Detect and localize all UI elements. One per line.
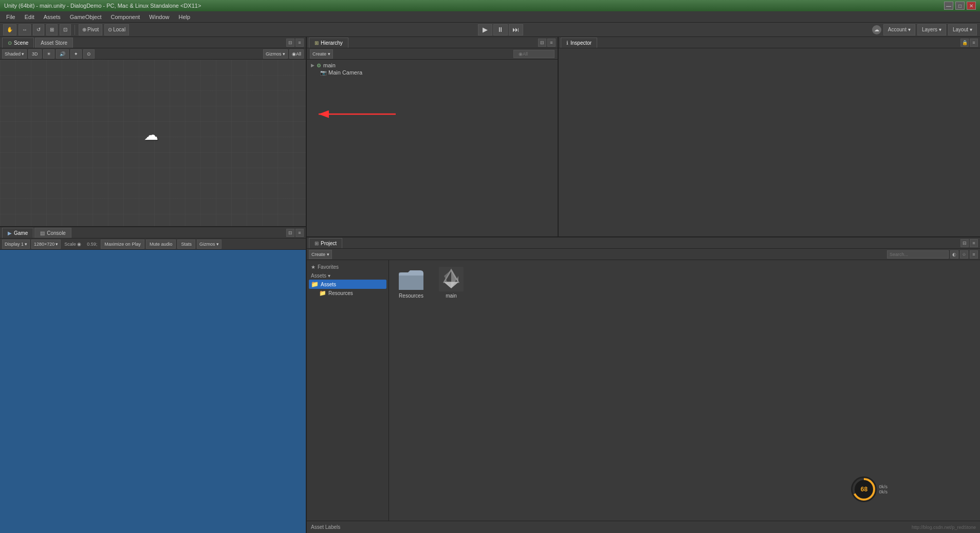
tab-project[interactable]: ⊞ Project bbox=[309, 238, 342, 248]
title-bar: Unity (64bit) - main.unity - DialogDemo … bbox=[0, 0, 980, 11]
stats-btn[interactable]: Stats bbox=[177, 240, 195, 249]
game-tab-bar: ▶ Game ▤ Console ⊟ ≡ bbox=[0, 227, 306, 238]
scene-audio-btn[interactable]: 🔊 bbox=[56, 49, 69, 59]
inspector-panel: ℹ Inspector 🔒 ≡ bbox=[559, 37, 980, 236]
inspector-lock-btn[interactable]: 🔒 bbox=[960, 39, 969, 47]
scene-canvas[interactable]: ☁ bbox=[0, 60, 306, 226]
hierarchy-tab-icon: ⊞ bbox=[315, 40, 319, 46]
scene-all-dropdown[interactable]: ◉All bbox=[289, 49, 304, 59]
toolbar-sep1 bbox=[75, 25, 75, 35]
scene-scene-btn[interactable]: ⊙ bbox=[83, 49, 95, 59]
resources-asset-label: Resources bbox=[399, 293, 423, 299]
tab-game[interactable]: ▶ Game bbox=[2, 228, 33, 238]
project-search-filter1[interactable]: ◐ bbox=[950, 250, 958, 259]
hierarchy-create-dropdown[interactable]: Create ▾ bbox=[310, 49, 333, 59]
tab-asset-store[interactable]: Asset Store bbox=[35, 38, 73, 48]
menu-help[interactable]: Help bbox=[174, 13, 194, 21]
game-lock-btn[interactable]: ⊟ bbox=[286, 229, 294, 237]
step-button[interactable]: ⏭ bbox=[509, 24, 523, 35]
favorites-star-icon: ★ bbox=[311, 264, 316, 270]
asset-labels-text: Asset Labels bbox=[311, 524, 340, 530]
project-create-dropdown[interactable]: Create ▾ bbox=[309, 250, 332, 259]
hierarchy-item-camera[interactable]: 📷 Main Camera bbox=[309, 69, 556, 76]
pivot-button[interactable]: ⊕ Pivot bbox=[79, 24, 102, 35]
inspector-tab-bar: ℹ Inspector 🔒 ≡ bbox=[559, 37, 980, 48]
game-canvas[interactable] bbox=[0, 250, 306, 533]
project-panel: ⊞ Project ⊟ ≡ Create ▾ ◐ ☆ bbox=[307, 237, 980, 533]
resources-folder-icon: 📁 bbox=[319, 290, 326, 297]
resources-folder-icon bbox=[398, 266, 424, 292]
hierarchy-menu-btn[interactable]: ≡ bbox=[547, 39, 556, 47]
view-3d-btn[interactable]: 3D bbox=[28, 49, 42, 59]
layout-dropdown[interactable]: Layout ▾ bbox=[948, 24, 977, 35]
inspector-tab-controls: 🔒 ≡ bbox=[960, 39, 978, 47]
project-search-filter3[interactable]: ≡ bbox=[970, 250, 978, 259]
gizmos-game-dropdown[interactable]: Gizmos ▾ bbox=[197, 240, 221, 249]
maximize-on-play-btn[interactable]: Maximize on Play bbox=[101, 240, 144, 249]
scene-lock-btn[interactable]: ⊟ bbox=[286, 39, 294, 47]
account-dropdown[interactable]: Account ▾ bbox=[883, 24, 915, 35]
maximize-button[interactable]: □ bbox=[955, 2, 965, 10]
menu-assets[interactable]: Assets bbox=[40, 13, 65, 21]
sidebar-item-resources[interactable]: 📁 Resources bbox=[309, 289, 386, 298]
hierarchy-tab-controls: ⊟ ≡ bbox=[538, 39, 556, 47]
transform-scale-tool[interactable]: ⊞ bbox=[46, 24, 58, 35]
transform-move-tool[interactable]: ↔ bbox=[19, 24, 31, 35]
sidebar-item-assets[interactable]: 📁 Assets bbox=[309, 280, 386, 289]
scene-tab-controls: ⊟ ≡ bbox=[286, 39, 304, 47]
asset-main[interactable]: main bbox=[433, 264, 469, 301]
scene-cloud-object: ☁ bbox=[144, 126, 158, 143]
project-sidebar: ★ Favorites Assets ▾ 📁 Assets 📁 Reso bbox=[307, 260, 389, 521]
scene-menu-btn[interactable]: ≡ bbox=[295, 39, 304, 47]
hierarchy-lock-btn[interactable]: ⊟ bbox=[538, 39, 546, 47]
hierarchy-search-input[interactable] bbox=[513, 50, 554, 58]
project-lock-btn[interactable]: ⊟ bbox=[960, 239, 969, 247]
menu-bar: File Edit Assets GameObject Component Wi… bbox=[0, 11, 980, 23]
menu-edit[interactable]: Edit bbox=[21, 13, 39, 21]
tab-scene[interactable]: ⊙ Scene bbox=[2, 38, 34, 48]
scene-lights-btn[interactable]: ☀ bbox=[43, 49, 54, 59]
menu-window[interactable]: Window bbox=[145, 13, 173, 21]
pivot-icon: ⊕ bbox=[82, 27, 86, 32]
tab-inspector[interactable]: ℹ Inspector bbox=[561, 38, 597, 48]
gizmos-dropdown[interactable]: Gizmos ▾ bbox=[263, 49, 288, 59]
assets-section: Assets ▾ bbox=[309, 271, 386, 280]
menu-gameobject[interactable]: GameObject bbox=[66, 13, 106, 21]
inspector-tab-icon: ℹ bbox=[566, 40, 568, 46]
resolution-dropdown[interactable]: 1280×720 ▾ bbox=[31, 240, 61, 249]
hierarchy-panel: ⊞ Hierarchy ⊟ ≡ Create ▾ bbox=[307, 37, 559, 236]
asset-resources[interactable]: Resources bbox=[393, 264, 429, 301]
menu-file[interactable]: File bbox=[2, 13, 20, 21]
display-dropdown[interactable]: Display 1 ▾ bbox=[2, 240, 30, 249]
inspector-menu-btn[interactable]: ≡ bbox=[970, 39, 978, 47]
project-search-input[interactable] bbox=[887, 250, 949, 259]
camera-icon: 📷 bbox=[320, 70, 326, 76]
hierarchy-item-main[interactable]: ▶ ⚙ main bbox=[309, 62, 556, 69]
hierarchy-create-bar: Create ▾ bbox=[307, 48, 558, 60]
project-tab-controls: ⊟ ≡ bbox=[960, 239, 978, 247]
scene-fx-btn[interactable]: ✦ bbox=[70, 49, 82, 59]
tab-console[interactable]: ▤ Console bbox=[34, 228, 71, 238]
minimize-button[interactable]: — bbox=[944, 2, 953, 10]
pause-button[interactable]: ⏸ bbox=[493, 24, 508, 35]
tab-hierarchy[interactable]: ⊞ Hierarchy bbox=[309, 38, 348, 48]
local-button[interactable]: ⊙ Local bbox=[104, 24, 129, 35]
transform-rotate-tool[interactable]: ↺ bbox=[33, 24, 44, 35]
game-menu-btn[interactable]: ≡ bbox=[295, 229, 304, 237]
hierarchy-content: ▶ ⚙ main 📷 Main Camera bbox=[307, 60, 558, 236]
project-search-filter2[interactable]: ☆ bbox=[960, 250, 968, 259]
svg-rect-2 bbox=[399, 275, 423, 290]
transform-rect-tool[interactable]: ⊡ bbox=[60, 24, 71, 35]
play-button[interactable]: ▶ bbox=[478, 24, 492, 35]
main-layout: ⊙ Scene Asset Store ⊟ ≡ Shaded ▾ 3D ☀ 🔊 bbox=[0, 37, 980, 533]
transform-hand-tool[interactable]: ✋ bbox=[3, 24, 16, 35]
close-button[interactable]: ✕ bbox=[967, 2, 976, 10]
scene-tab-icon: ⊙ bbox=[8, 40, 12, 46]
mute-audio-btn[interactable]: Mute audio bbox=[146, 240, 176, 249]
scale-label: Scale ◉ bbox=[62, 242, 83, 247]
console-tab-icon: ▤ bbox=[40, 230, 45, 236]
menu-component[interactable]: Component bbox=[106, 13, 144, 21]
layers-dropdown[interactable]: Layers ▾ bbox=[917, 24, 946, 35]
shading-mode-dropdown[interactable]: Shaded ▾ bbox=[2, 49, 27, 59]
project-menu-btn[interactable]: ≡ bbox=[970, 239, 978, 247]
